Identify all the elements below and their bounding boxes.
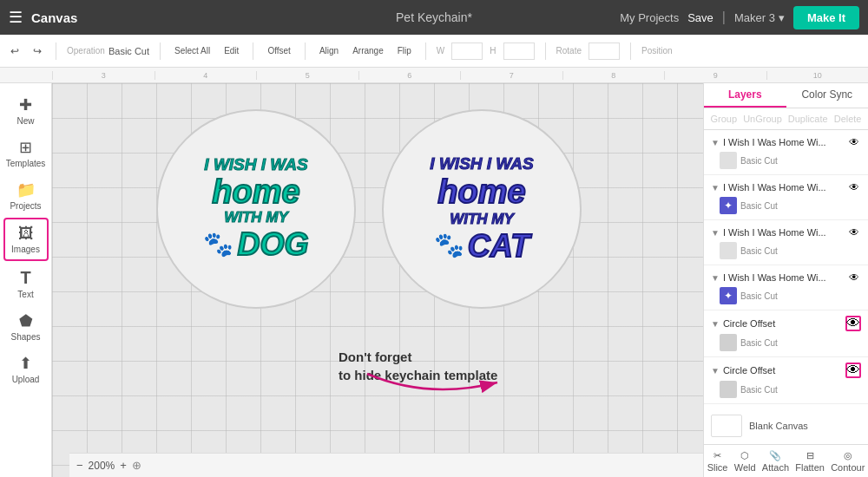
bottom-actions: ✂ Slice ⬡ Weld 📎 Attach ⊟ Flatten ◎ Cont…	[704, 444, 868, 477]
keychain-cat[interactable]: I WISH I WAS home WITH MY 🐾 CAT	[382, 109, 582, 309]
sep4	[305, 42, 306, 60]
canvas-area[interactable]: I WISH I WAS home WITH MY 🐾 DOG I WISH I…	[52, 83, 703, 477]
sidebar-item-templates[interactable]: ⊞ Templates	[3, 133, 49, 173]
weld-icon: ⬡	[740, 450, 749, 461]
toolbar: ↩ ↪ Operation Basic Cut Select All Edit …	[0, 35, 868, 68]
layer-sub-label-6: Basic Cut	[740, 385, 778, 395]
sidebar-images-label: Images	[11, 245, 40, 254]
rotate-input[interactable]	[589, 42, 620, 60]
tab-layers[interactable]: Layers	[704, 83, 786, 108]
save-button[interactable]: Save	[687, 11, 713, 24]
sidebar-shapes-label: Shapes	[11, 332, 41, 342]
tab-color-sync[interactable]: Color Sync	[786, 83, 869, 108]
zoom-in-button[interactable]: +	[120, 459, 127, 472]
nav-title: Canvas	[31, 10, 77, 25]
height-label: H	[490, 46, 496, 56]
layer-item-1[interactable]: ▼ I Wish I Was Home Wi... 👁 Basic Cut	[704, 130, 868, 175]
zoom-level: 200%	[89, 460, 115, 472]
upload-icon: ⬆	[19, 354, 32, 373]
layer-thumb-1	[720, 152, 737, 169]
layer-name-3: I Wish I Was Home Wi...	[723, 227, 844, 238]
panel-tabs: Layers Color Sync	[704, 83, 868, 108]
layer-item-2[interactable]: ▼ I Wish I Was Home Wi... 👁 ✦ Basic Cut	[704, 175, 868, 220]
sidebar-text-label: Text	[17, 290, 33, 299]
group-button[interactable]: Group	[711, 114, 738, 124]
sidebar-item-text[interactable]: T Text	[3, 263, 49, 304]
ungroup-button[interactable]: UnGroup	[743, 114, 782, 124]
ruler-mark: 10	[766, 71, 869, 80]
sidebar-item-new[interactable]: ✚ New	[3, 90, 49, 131]
select-all-button[interactable]: Select All	[171, 44, 214, 57]
ruler-mark: 4	[155, 71, 257, 80]
height-input[interactable]	[503, 42, 535, 60]
flatten-button[interactable]: ⊟ Flatten	[795, 450, 825, 473]
eye-icon-2[interactable]: 👁	[847, 180, 861, 194]
blank-canvas-row[interactable]: Blank Canvas	[704, 408, 868, 444]
layer-name-6: Circle Offset	[723, 365, 842, 376]
weld-button[interactable]: ⬡ Weld	[734, 450, 756, 473]
attach-label: Attach	[762, 462, 789, 473]
zoom-out-button[interactable]: −	[76, 459, 83, 472]
cat-word: CAT	[468, 228, 529, 264]
expand-icon-6: ▼	[711, 366, 720, 376]
keychain-dog[interactable]: I WISH I WAS home WITH MY 🐾 DOG	[156, 109, 356, 309]
width-input[interactable]	[451, 42, 483, 60]
sidebar-item-images[interactable]: 🖼 Images	[3, 218, 49, 261]
layer-thumb-4: ✦	[720, 287, 737, 304]
align-button[interactable]: Align	[316, 44, 342, 57]
eye-icon-4[interactable]: 👁	[847, 271, 861, 284]
layer-thumb-3	[720, 242, 737, 259]
plus-icon: ✚	[19, 95, 32, 114]
dog-text-line3: WITH MY	[203, 210, 308, 226]
layer-name-4: I Wish I Was Home Wi...	[723, 272, 844, 283]
layer-item-5[interactable]: ▼ Circle Offset 👁 Basic Cut	[704, 310, 868, 357]
sidebar-templates-label: Templates	[6, 159, 46, 168]
delete-button[interactable]: Delete	[834, 114, 862, 124]
undo-button[interactable]: ↩	[7, 43, 23, 59]
expand-icon-5: ▼	[711, 319, 720, 329]
contour-icon: ◎	[844, 450, 852, 461]
layer-sub-label-3: Basic Cut	[740, 246, 778, 256]
my-projects-button[interactable]: My Projects	[620, 11, 679, 24]
sidebar-item-shapes[interactable]: ⬟ Shapes	[3, 306, 49, 347]
duplicate-button[interactable]: Duplicate	[788, 114, 828, 124]
sidebar-item-upload[interactable]: ⬆ Upload	[3, 349, 49, 389]
eye-icon-6-box[interactable]: 👁	[845, 363, 861, 378]
eye-icon-3[interactable]: 👁	[847, 225, 861, 239]
slice-button[interactable]: ✂ Slice	[707, 450, 728, 473]
maker-label: Maker 3 ▾	[734, 11, 785, 24]
text-icon: T	[20, 268, 30, 288]
sep6	[545, 42, 546, 60]
make-it-button[interactable]: Make It	[793, 6, 859, 29]
layer-sub-label-5: Basic Cut	[740, 338, 778, 348]
shapes-icon: ⬟	[19, 311, 33, 330]
layer-thumb-5	[720, 334, 737, 351]
hamburger-icon[interactable]: ☰	[9, 8, 23, 27]
main-area: ✚ New ⊞ Templates 📁 Projects 🖼 Images T …	[0, 83, 868, 477]
attach-button[interactable]: 📎 Attach	[762, 450, 789, 473]
ruler-horizontal: 3 4 5 6 7 8 9 10	[0, 68, 868, 83]
layer-item-4[interactable]: ▼ I Wish I Was Home Wi... 👁 ✦ Basic Cut	[704, 265, 868, 310]
arrange-button[interactable]: Arrange	[349, 44, 387, 57]
chevron-down-icon[interactable]: ▾	[779, 11, 785, 24]
contour-button[interactable]: ◎ Contour	[831, 450, 865, 473]
offset-button[interactable]: Offset	[264, 44, 294, 57]
flip-button[interactable]: Flip	[394, 44, 415, 57]
sidebar-item-projects[interactable]: 📁 Projects	[3, 175, 49, 216]
cat-text-line1: I WISH I WAS	[430, 154, 533, 173]
nav-right: My Projects Save | Maker 3 ▾ Make It	[620, 6, 859, 29]
eye-icon-5-box[interactable]: 👁	[845, 316, 861, 331]
layer-item-3[interactable]: ▼ I Wish I Was Home Wi... 👁 Basic Cut	[704, 220, 868, 265]
edit-button[interactable]: Edit	[220, 44, 242, 57]
size-label: W	[437, 46, 444, 56]
panel-actions: Group UnGroup Duplicate Delete	[704, 108, 868, 130]
eye-icon-1[interactable]: 👁	[847, 135, 861, 149]
zoom-fit-icon[interactable]: ⊕	[132, 459, 141, 472]
sep7	[630, 42, 631, 60]
layer-sub-label-4: Basic Cut	[740, 291, 778, 301]
layer-item-6[interactable]: ▼ Circle Offset 👁 Basic Cut	[704, 357, 868, 404]
flatten-label: Flatten	[795, 462, 825, 473]
expand-icon-1: ▼	[711, 138, 720, 147]
redo-button[interactable]: ↪	[30, 43, 45, 59]
right-panel: Layers Color Sync Group UnGroup Duplicat…	[703, 83, 868, 477]
